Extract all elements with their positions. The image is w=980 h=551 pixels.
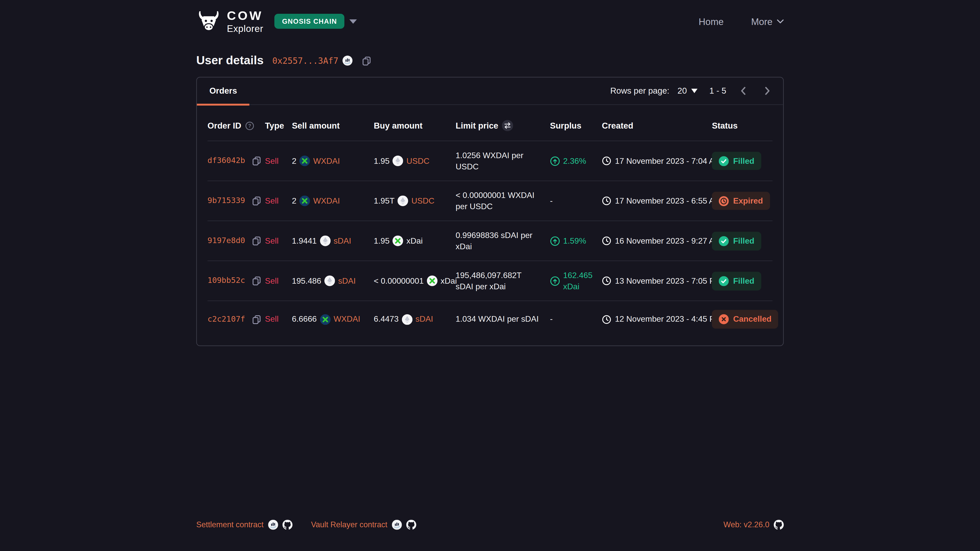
order-id-cell: c2c2107f [207,305,265,333]
clock-icon [602,276,611,286]
buy-amount-cell: 1.95xDai [374,227,455,256]
card-tabbar: Orders Rows per page: 20 1 - 5 [197,78,783,105]
order-id-link[interactable]: 9197e8d0 [207,236,245,246]
rows-per-page-value: 20 [678,86,687,96]
amount-value: 6.4473 [374,314,398,325]
cow-explorer-logo[interactable]: COW Explorer [196,10,263,33]
copy-icon[interactable] [252,156,261,165]
nav-more[interactable]: More [751,16,784,27]
surplus-up-icon [550,236,560,246]
order-id-link[interactable]: df36042b [207,156,245,166]
chevron-down-icon [691,89,697,93]
sell-amount-cell: 6.6666WXDAI [292,305,374,333]
prev-page-button[interactable] [737,84,750,97]
buy-amount-cell: 1.95TUSDC [374,187,455,215]
amount-value: 2 [292,156,297,166]
copy-icon[interactable] [252,276,261,286]
copy-icon[interactable] [252,236,261,246]
order-id-link[interactable]: 109bb52c [207,276,245,286]
table-row: df36042bSell2WXDAI1.95USDC1.0256 WXDAI p… [207,141,773,181]
amount-value: 1.95T [374,195,394,206]
limit-price-cell: 0.99698836 sDAI per xDai [455,221,550,261]
orders-card: Orders Rows per page: 20 1 - 5 [196,77,784,346]
tab-orders[interactable]: Orders [197,77,249,105]
order-id-link[interactable]: c2c2107f [207,314,245,324]
copy-icon[interactable] [252,314,261,324]
created-value: 17 November 2023 - 6:55 AM [615,195,721,206]
limit-price-cell: 195,486,097.682T sDAI per xDai [455,261,550,301]
column-header-sell-amount: Sell amount [292,115,374,140]
status-cell: Cancelled [712,301,783,337]
status-badge: Expired [712,192,770,210]
token-link-sDAI[interactable]: sDAI [334,235,351,246]
token-link-WXDAI[interactable]: WXDAI [313,195,340,206]
next-page-button[interactable] [760,84,773,97]
status-label: Expired [733,195,763,206]
github-icon[interactable] [406,520,416,530]
rows-per-page-select[interactable]: 20 [678,86,697,96]
order-id-link[interactable]: 9b715339 [207,196,245,206]
orders-table: Order ID?TypeSell amountBuy amountLimit … [197,105,783,345]
token-link-WXDAI[interactable]: WXDAI [313,156,340,166]
swap-icon[interactable] [502,120,513,131]
surplus-value: 1.59% [563,235,586,246]
clock-icon [602,236,611,246]
status-label: Cancelled [733,314,772,325]
status-cell: Expired [712,183,775,219]
network-selector[interactable]: GNOSIS CHAIN [275,14,357,29]
token-link-sDAI[interactable]: sDAI [338,275,356,286]
table-row: 109bb52cSell195.486sDAI< 0.00000001xDai1… [207,261,773,301]
clock-icon [602,314,611,324]
created-value: 13 November 2023 - 7:05 PM [615,275,722,286]
copy-address-button[interactable] [362,56,372,65]
top-navigation: Home More [698,16,784,27]
block-explorer-icon[interactable] [392,520,402,530]
order-id-cell: 9b715339 [207,187,265,215]
amount-value: < 0.00000001 [374,275,424,286]
token-link-USDC[interactable]: USDC [407,156,430,166]
surplus-value: 162.465 xDai [563,270,597,292]
token-xdai-light-icon [427,276,438,286]
amount-value: 195.486 [292,275,321,286]
copy-icon[interactable] [252,196,261,206]
amount-value: 2 [292,195,297,206]
token-xdai-light-icon [393,236,404,246]
settlement-contract-link[interactable]: Settlement contract [196,520,264,529]
token-link-sDAI[interactable]: sDAI [415,314,433,325]
vault-relayer-contract-link[interactable]: Vault Relayer contract [311,520,387,529]
column-header-surplus: Surplus [550,115,602,140]
github-icon[interactable] [282,520,292,530]
surplus-cell: 2.36% [550,147,602,175]
sell-amount-cell: 2WXDAI [292,147,374,175]
clock-icon [602,156,611,165]
app-header: COW Explorer GNOSIS CHAIN Home More [0,0,980,43]
status-filled-icon [719,156,729,166]
order-id-cell: df36042b [207,147,265,175]
table-row: c2c2107fSell6.6666WXDAI6.4473sDAI1.034 W… [207,301,773,337]
created-cell: 12 November 2023 - 4:45 PM [602,305,712,333]
status-badge: Filled [712,152,761,170]
rows-per-page-label: Rows per page: [610,86,670,96]
amount-value: 1.95 [374,235,390,246]
column-header-order-id: Order ID? [207,115,265,140]
amount-value: 1.95 [374,156,390,166]
created-cell: 17 November 2023 - 7:04 AM [602,147,712,175]
status-label: Filled [733,156,754,166]
surplus-up-icon [550,156,560,166]
created-value: 17 November 2023 - 7:04 AM [615,156,721,166]
status-label: Filled [733,275,754,286]
sell-amount-cell: 1.9441sDAI [292,227,374,256]
web-version-link[interactable]: Web: v2.26.0 [724,520,770,529]
token-link-WXDAI[interactable]: WXDAI [334,314,360,325]
created-cell: 17 November 2023 - 6:55 AM [602,187,712,215]
limit-price-cell: 1.034 WXDAI per sDAI [455,305,550,333]
block-explorer-icon[interactable] [268,520,278,530]
page-range: 1 - 5 [710,86,726,96]
amount-value: 1.9441 [292,235,317,246]
nav-home[interactable]: Home [698,16,724,27]
created-value: 12 November 2023 - 4:45 PM [615,314,722,325]
github-icon[interactable] [774,520,784,530]
token-eth-light-icon [393,156,404,166]
column-header-limit-price: Limit price [455,114,550,141]
token-link-USDC[interactable]: USDC [411,195,434,206]
